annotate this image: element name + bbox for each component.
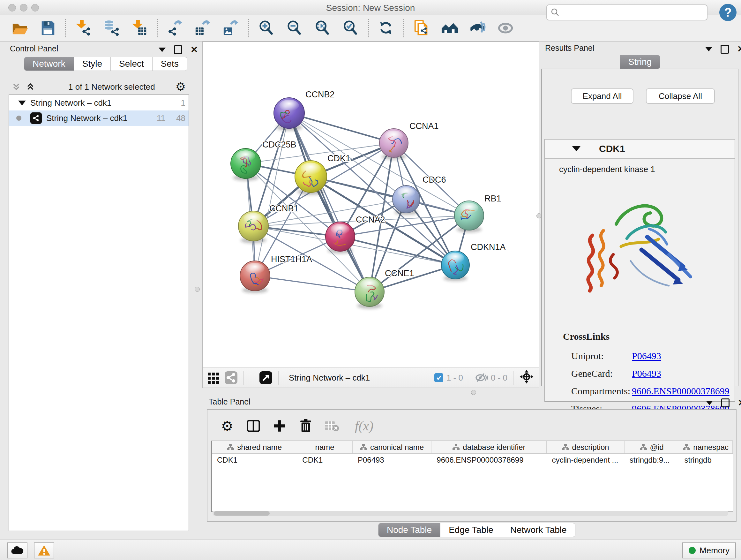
panel-menu-icon[interactable] bbox=[705, 47, 712, 51]
splitter-handle[interactable] bbox=[536, 213, 542, 219]
horizontal-scrollbar[interactable] bbox=[212, 511, 728, 516]
selected-checkbox-icon[interactable] bbox=[434, 373, 443, 382]
tab-node-table[interactable]: Node Table bbox=[378, 523, 441, 537]
network-node-CCNA1[interactable]: CCNA1 bbox=[380, 121, 439, 160]
disclosure-triangle-icon[interactable] bbox=[18, 101, 26, 105]
network-node-CDC6[interactable]: CDC6 bbox=[393, 175, 446, 215]
tab-network[interactable]: Network bbox=[24, 57, 74, 71]
gene-description: cyclin-dependent kinase 1 bbox=[559, 165, 655, 174]
search-box[interactable] bbox=[546, 4, 708, 20]
crosslink-link[interactable]: P06493 bbox=[632, 368, 661, 379]
warnings-button[interactable] bbox=[34, 543, 54, 558]
zoom-in-button[interactable] bbox=[253, 17, 280, 39]
float-panel-icon[interactable] bbox=[721, 45, 729, 54]
close-panel-icon[interactable]: ✕ bbox=[738, 399, 741, 407]
network-node-CCNE1[interactable]: CCNE1 bbox=[355, 268, 414, 309]
import-database-button[interactable] bbox=[97, 17, 125, 39]
column-header-databaseidentifier[interactable]: database identifier bbox=[431, 441, 547, 453]
network-edge[interactable] bbox=[255, 276, 369, 292]
column-header-sharedname[interactable]: shared name bbox=[212, 441, 297, 453]
save-session-button[interactable] bbox=[34, 17, 62, 39]
collapse-gene-icon[interactable] bbox=[572, 146, 581, 151]
search-input[interactable] bbox=[560, 8, 698, 17]
tab-style[interactable]: Style bbox=[74, 57, 111, 71]
column-header-name[interactable]: name bbox=[297, 441, 353, 453]
network-edge[interactable] bbox=[289, 113, 369, 292]
selection-status: 1 of 1 Network selected bbox=[48, 82, 176, 92]
tab-select[interactable]: Select bbox=[111, 57, 152, 71]
float-panel-icon[interactable] bbox=[174, 45, 182, 54]
zoom-fit-button[interactable] bbox=[309, 17, 337, 39]
memory-button[interactable]: Memory bbox=[682, 543, 736, 558]
network-view[interactable]: CCNB2CCNA1CDC25BCDK1CDC6RB1CCNB1CCNA2CDK… bbox=[202, 42, 539, 388]
open-session-button[interactable] bbox=[6, 17, 34, 39]
float-panel-icon[interactable] bbox=[721, 398, 730, 408]
add-column-icon[interactable] bbox=[271, 418, 288, 434]
hide-selected-button[interactable] bbox=[464, 17, 492, 39]
open-in-new-icon[interactable] bbox=[259, 371, 273, 384]
gear-icon[interactable]: ⚙ bbox=[176, 80, 186, 94]
export-image-button[interactable] bbox=[217, 17, 245, 39]
tab-sets[interactable]: Sets bbox=[152, 57, 187, 71]
cloud-button[interactable] bbox=[7, 543, 27, 558]
splitter-handle[interactable] bbox=[195, 287, 200, 292]
panel-menu-icon[interactable] bbox=[706, 401, 713, 405]
node-label: CDKN1A bbox=[471, 242, 506, 252]
export-table-button[interactable] bbox=[189, 17, 217, 39]
show-columns-icon[interactable] bbox=[245, 418, 262, 434]
column-header-canonicalname[interactable]: canonical name bbox=[353, 441, 431, 453]
scrollbar-thumb[interactable] bbox=[214, 511, 270, 516]
delete-column-trash-icon[interactable] bbox=[297, 418, 314, 434]
column-header-id[interactable]: @id bbox=[624, 441, 679, 453]
collapse-all-icon[interactable] bbox=[11, 82, 21, 91]
clone-network-button[interactable] bbox=[408, 17, 435, 39]
share-view-icon[interactable] bbox=[224, 371, 238, 384]
network-row[interactable]: String Network – cdk1 11 48 bbox=[9, 111, 189, 126]
network-status-dot bbox=[16, 116, 21, 121]
tab-edge-table[interactable]: Edge Table bbox=[441, 523, 502, 537]
refresh-button[interactable] bbox=[372, 17, 400, 39]
grid-view-icon[interactable] bbox=[207, 371, 220, 384]
network-node-HIST1H1A[interactable]: HIST1H1A bbox=[240, 254, 312, 293]
node-label: CCNE1 bbox=[385, 268, 414, 278]
close-panel-icon[interactable]: ✕ bbox=[737, 46, 741, 53]
network-canvas[interactable]: CCNB2CCNA1CDC25BCDK1CDC6RB1CCNB1CCNA2CDK… bbox=[203, 42, 539, 368]
network-node-CDKN1A[interactable]: CDKN1A bbox=[441, 242, 506, 281]
network-node-CCNB1[interactable]: CCNB1 bbox=[239, 204, 299, 243]
tab-string[interactable]: String bbox=[620, 55, 660, 69]
expand-all-button[interactable]: Expand All bbox=[571, 88, 633, 104]
zoom-out-button[interactable] bbox=[280, 17, 309, 39]
help-button[interactable]: ? bbox=[719, 4, 737, 21]
column-header-namespac[interactable]: namespac bbox=[679, 441, 733, 453]
table-empty-area bbox=[212, 466, 733, 511]
node-table[interactable]: shared namenamecanonical namedatabase id… bbox=[211, 441, 733, 512]
table-row[interactable]: CDK1CDK1P064939606.ENSP00000378699cyclin… bbox=[212, 454, 733, 466]
zoom-selected-button[interactable] bbox=[337, 17, 365, 39]
table-cell: P06493 bbox=[353, 454, 431, 466]
home-button[interactable] bbox=[435, 17, 464, 39]
network-node-CDC25B[interactable]: CDC25B bbox=[231, 140, 296, 181]
houses-icon bbox=[441, 19, 458, 37]
table-settings-gear-icon[interactable]: ⚙ bbox=[219, 418, 235, 434]
network-node-RB1[interactable]: RB1 bbox=[455, 194, 501, 233]
network-collection-row[interactable]: String Network – cdk1 1 bbox=[9, 95, 189, 111]
table-header-row[interactable]: shared namenamecanonical namedatabase id… bbox=[212, 441, 733, 454]
export-network-button[interactable] bbox=[161, 17, 189, 39]
splitter-handle[interactable] bbox=[471, 390, 476, 395]
import-network-button[interactable] bbox=[69, 17, 97, 39]
crosslink-link[interactable]: 9606.ENSP00000378699 bbox=[632, 386, 730, 396]
panel-menu-icon[interactable] bbox=[158, 48, 165, 52]
close-panel-icon[interactable]: ✕ bbox=[191, 46, 198, 53]
show-all-button[interactable] bbox=[492, 17, 520, 39]
network-view-toolbar: String Network – cdk1 1 - 0 0 - 0 bbox=[203, 368, 539, 388]
node-label: CCNA2 bbox=[356, 215, 385, 225]
expand-all-icon[interactable] bbox=[25, 82, 35, 91]
fit-selected-icon[interactable] bbox=[519, 369, 534, 386]
network-edge[interactable] bbox=[255, 113, 289, 276]
import-table-button[interactable] bbox=[125, 17, 153, 39]
gene-header-row[interactable]: CDK1 bbox=[545, 139, 735, 159]
collapse-all-button[interactable]: Collapse All bbox=[646, 88, 715, 104]
crosslink-link[interactable]: P06493 bbox=[632, 351, 661, 361]
column-header-description[interactable]: description bbox=[547, 441, 624, 453]
tab-network-table[interactable]: Network Table bbox=[502, 523, 576, 537]
